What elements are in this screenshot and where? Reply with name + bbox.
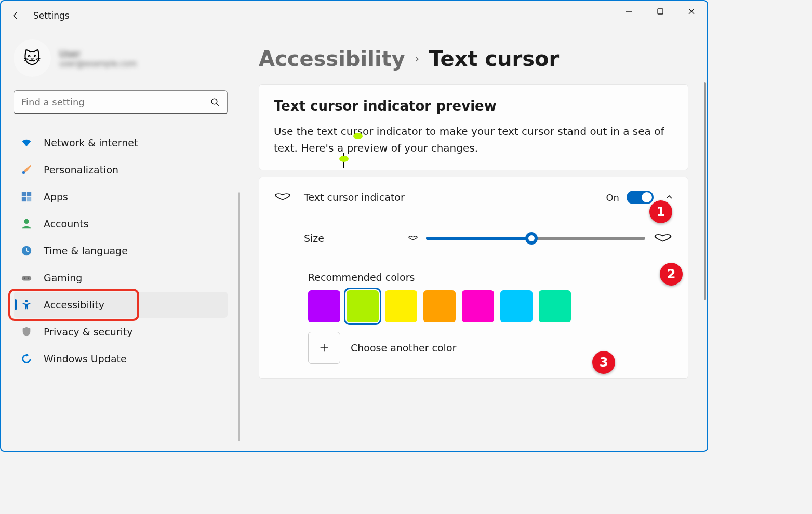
color-swatch-0[interactable] <box>308 290 340 322</box>
sidebar-item-label: Gaming <box>44 272 82 283</box>
choose-color-button[interactable] <box>308 332 340 364</box>
breadcrumb-current: Text cursor <box>429 47 559 71</box>
svg-rect-7 <box>22 192 26 196</box>
user-account[interactable]: 🐱 User user@example.com <box>14 37 228 79</box>
size-min-icon <box>407 234 419 242</box>
indicator-row[interactable]: Text cursor indicator On <box>259 177 688 218</box>
gamepad-icon <box>21 272 32 283</box>
color-swatch-1[interactable] <box>347 290 379 322</box>
shield-icon <box>21 326 32 337</box>
indicator-card: Text cursor indicator On Size <box>259 177 688 379</box>
sidebar-item-label: Privacy & security <box>44 326 133 337</box>
sidebar-item-label: Time & language <box>44 245 128 256</box>
size-slider[interactable] <box>426 237 645 240</box>
svg-point-11 <box>24 219 29 224</box>
user-email: user@example.com <box>59 59 137 69</box>
sidebar-item-label: Personalization <box>44 164 118 175</box>
annotation-badge-2: 2 <box>660 263 683 286</box>
svg-line-5 <box>216 103 219 106</box>
preview-card: Text cursor indicator preview Use the te… <box>259 84 688 170</box>
svg-point-4 <box>211 99 217 104</box>
person-icon <box>21 218 32 229</box>
minimize-icon <box>625 8 633 15</box>
colors-label: Recommended colors <box>308 272 673 283</box>
size-label: Size <box>304 233 324 244</box>
sidebar-item-time-language[interactable]: Time & language <box>14 238 228 264</box>
arrow-left-icon <box>11 11 20 20</box>
preview-title: Text cursor indicator preview <box>274 98 673 114</box>
svg-point-14 <box>24 278 25 279</box>
svg-point-15 <box>28 278 29 279</box>
breadcrumb-parent[interactable]: Accessibility <box>259 47 405 71</box>
color-swatch-5[interactable] <box>500 290 533 322</box>
accessibility-icon <box>21 299 32 310</box>
size-max-icon <box>653 231 673 246</box>
preview-text: Use the text cursor indicator to make yo… <box>274 123 673 156</box>
chevron-right-icon: › <box>415 51 420 66</box>
annotation-badge-1: 1 <box>649 200 672 223</box>
slider-thumb[interactable] <box>525 232 538 245</box>
search-input[interactable] <box>21 97 210 107</box>
main-scrollbar[interactable] <box>704 82 706 300</box>
back-button[interactable] <box>8 8 23 23</box>
svg-rect-9 <box>22 197 26 201</box>
sidebar-item-label: Windows Update <box>44 353 127 364</box>
wifi-icon <box>21 137 32 148</box>
color-swatch-2[interactable] <box>385 290 417 322</box>
minimize-button[interactable] <box>614 1 645 22</box>
sidebar-item-windows-update[interactable]: Windows Update <box>14 346 228 372</box>
cursor-indicator-icon <box>274 188 291 206</box>
sidebar-item-gaming[interactable]: Gaming <box>14 265 228 291</box>
breadcrumb: Accessibility › Text cursor <box>259 47 688 71</box>
svg-rect-10 <box>27 197 31 201</box>
sidebar-item-label: Apps <box>44 191 68 202</box>
avatar: 🐱 <box>14 39 51 77</box>
indicator-toggle[interactable] <box>627 191 654 204</box>
brush-icon <box>21 164 32 175</box>
sidebar-item-label: Accounts <box>44 218 89 229</box>
update-icon <box>21 353 32 364</box>
sidebar-item-label: Network & internet <box>44 137 138 148</box>
sidebar-item-accessibility[interactable]: Accessibility <box>14 292 228 318</box>
app-title: Settings <box>33 10 70 21</box>
plus-icon <box>318 342 330 354</box>
sidebar-item-accounts[interactable]: Accounts <box>14 211 228 237</box>
maximize-icon <box>657 8 664 15</box>
sidebar-item-privacy-security[interactable]: Privacy & security <box>14 319 228 345</box>
svg-point-16 <box>25 300 28 302</box>
svg-rect-8 <box>27 192 31 196</box>
color-swatch-6[interactable] <box>539 290 571 322</box>
sidebar-item-apps[interactable]: Apps <box>14 184 228 210</box>
svg-rect-13 <box>22 276 31 280</box>
search-box[interactable] <box>14 90 228 114</box>
size-row: Size <box>259 218 688 259</box>
close-button[interactable] <box>676 1 707 22</box>
color-swatch-3[interactable] <box>423 290 456 322</box>
clock-icon <box>21 245 32 256</box>
close-icon <box>688 8 695 15</box>
chevron-up-icon[interactable] <box>665 193 673 201</box>
search-icon <box>210 98 220 107</box>
sidebar-item-personalization[interactable]: Personalization <box>14 157 228 183</box>
svg-point-6 <box>22 171 25 174</box>
apps-icon <box>21 191 32 202</box>
user-name: User <box>59 48 137 59</box>
toggle-state-label: On <box>606 192 619 203</box>
colors-section: Recommended colors Choose another color <box>259 259 688 378</box>
choose-color-label: Choose another color <box>351 342 456 354</box>
svg-rect-1 <box>658 9 663 14</box>
annotation-badge-3: 3 <box>592 351 615 374</box>
color-swatch-4[interactable] <box>462 290 494 322</box>
maximize-button[interactable] <box>645 1 676 22</box>
sidebar-item-label: Accessibility <box>44 299 104 310</box>
indicator-label: Text cursor indicator <box>304 192 405 203</box>
sidebar-item-network-internet[interactable]: Network & internet <box>14 130 228 156</box>
